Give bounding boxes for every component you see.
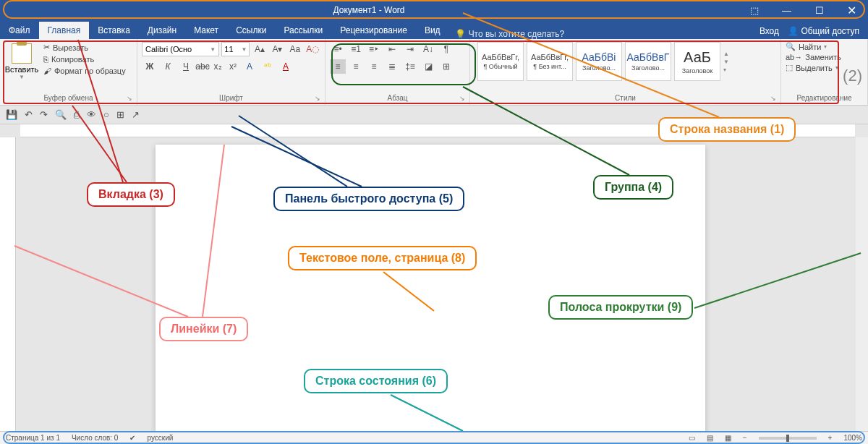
tab-design[interactable]: Дизайн — [139, 22, 185, 39]
style-title[interactable]: АаБЗаголовок — [674, 42, 720, 81]
vertical-ruler[interactable] — [0, 137, 16, 431]
underline-icon[interactable]: Ч — [178, 59, 194, 74]
style-normal[interactable]: АаБбВвГг,¶ Обычный — [477, 42, 524, 81]
zoom-level[interactable]: 100% — [843, 434, 862, 442]
highlight-icon[interactable]: ᵃᵇ — [260, 59, 276, 74]
italic-icon[interactable]: К — [160, 59, 176, 74]
ribbon: Вставить ▼ ✂ Вырезать ⎘ Копировать 🖌 Фор… — [0, 39, 868, 106]
strike-icon[interactable]: abc — [196, 59, 209, 74]
window-controls: ⬚ — ☐ ✕ — [738, 0, 868, 20]
align-left-icon[interactable]: ≡ — [330, 59, 346, 74]
minimize-icon[interactable]: — — [770, 0, 803, 20]
qat-icon[interactable]: ↗ — [132, 109, 140, 120]
view-web-icon[interactable]: ▦ — [725, 434, 731, 442]
bullets-icon[interactable]: ≡• — [330, 42, 346, 56]
copy-button[interactable]: ⎘ Копировать — [42, 54, 127, 64]
qat-icon[interactable]: 👁 — [87, 109, 96, 120]
callout-status: Строка состояния (6) — [304, 369, 448, 393]
group-label-styles: Стили↘ — [475, 94, 776, 103]
change-case-icon[interactable]: Aa — [287, 42, 302, 56]
zoom-out-icon[interactable]: − — [743, 434, 747, 442]
tab-view[interactable]: Вид — [416, 22, 449, 39]
tab-file[interactable]: Файл — [0, 22, 39, 39]
maximize-icon[interactable]: ☐ — [803, 0, 835, 20]
styles-more-icon[interactable]: ▾ — [723, 67, 733, 73]
qat-icon[interactable]: ⊞ — [116, 109, 124, 120]
paste-button[interactable]: Вставить ▼ — [4, 42, 39, 80]
zoom-slider[interactable] — [759, 437, 817, 440]
increase-indent-icon[interactable]: ⇥ — [402, 42, 418, 56]
callout-tab: Вкладка (3) — [87, 182, 175, 207]
line-spacing-icon[interactable]: ‡≡ — [402, 59, 418, 74]
callout-rulers: Линейки (7) — [159, 317, 248, 341]
cut-button[interactable]: ✂ Вырезать — [42, 42, 127, 53]
find-button[interactable]: 🔍 Найти ▾ — [786, 42, 863, 51]
shrink-font-icon[interactable]: A▾ — [270, 42, 285, 56]
qat-icon[interactable]: ○ — [103, 109, 109, 120]
tab-insert[interactable]: Вставка — [89, 22, 139, 39]
share-button[interactable]: 👤 Общий доступ — [788, 26, 859, 36]
launcher-icon[interactable]: ↘ — [459, 95, 465, 102]
decrease-indent-icon[interactable]: ⇤ — [384, 42, 400, 56]
style-heading2[interactable]: АаБбВвГЗаголово... — [625, 42, 671, 81]
save-icon[interactable]: 💾 — [6, 109, 17, 120]
format-painter-button[interactable]: 🖌 Формат по образцу — [42, 66, 127, 76]
tab-mailings[interactable]: Рассылки — [275, 22, 331, 39]
styles-up-icon[interactable]: ▲ — [723, 51, 733, 57]
ribbon-tabs: Файл Главная Вставка Дизайн Макет Ссылки… — [0, 20, 868, 39]
show-marks-icon[interactable]: ¶ — [438, 42, 454, 56]
clear-formatting-icon[interactable]: A◌ — [305, 42, 320, 56]
subscript-icon[interactable]: x₂ — [211, 59, 224, 74]
launcher-icon[interactable]: ↘ — [127, 95, 132, 102]
tab-home[interactable]: Главная — [39, 22, 90, 39]
ribbon-display-icon[interactable]: ⬚ — [738, 0, 770, 20]
callout-qat: Панель быстрого доступа (5) — [273, 187, 464, 211]
multilevel-icon[interactable]: ≡‣ — [366, 42, 382, 56]
undo-icon[interactable]: ↶ — [25, 109, 33, 120]
launcher-icon[interactable]: ↘ — [315, 95, 320, 102]
align-right-icon[interactable]: ≡ — [366, 59, 382, 74]
tab-review[interactable]: Рецензирование — [331, 22, 416, 39]
qat-icon[interactable]: ⎙ — [74, 109, 80, 120]
tab-references[interactable]: Ссылки — [227, 22, 275, 39]
shading-icon[interactable]: ◪ — [420, 59, 436, 74]
style-no-spacing[interactable]: АаБбВвГг,¶ Без инт... — [527, 42, 573, 81]
spellcheck-icon[interactable]: ✔ — [129, 434, 135, 442]
group-label-clipboard: Буфер обмена↘ — [4, 94, 132, 103]
annotation-label-2: (2) — [843, 67, 862, 85]
page-indicator[interactable]: Страница 1 из 1 — [6, 434, 60, 442]
language-indicator[interactable]: русский — [147, 434, 173, 442]
view-print-icon[interactable]: ▤ — [707, 434, 713, 442]
zoom-in-icon[interactable]: + — [828, 434, 833, 442]
signin-link[interactable]: Вход — [760, 26, 779, 36]
launcher-icon[interactable]: ↘ — [770, 95, 776, 102]
sort-icon[interactable]: A↓ — [420, 42, 436, 56]
tell-me[interactable]: 💡 Что вы хотите сделать? — [455, 29, 565, 39]
close-icon[interactable]: ✕ — [835, 0, 868, 20]
redo-icon[interactable]: ↷ — [40, 109, 48, 120]
numbering-icon[interactable]: ≡1 — [348, 42, 364, 56]
bold-icon[interactable]: Ж — [142, 59, 158, 74]
font-name-combo[interactable]: Calibri (Осно▼ — [142, 42, 219, 56]
font-size-combo[interactable]: 11▼ — [221, 42, 250, 56]
align-center-icon[interactable]: ≡ — [348, 59, 364, 74]
title-bar: Документ1 - Word ⬚ — ☐ ✕ — [0, 0, 868, 20]
style-heading1[interactable]: АаБбВіЗаголово... — [576, 42, 622, 81]
borders-icon[interactable]: ⊞ — [438, 59, 454, 74]
tab-layout[interactable]: Макет — [185, 22, 227, 39]
group-label-editing: Редактирование — [786, 94, 863, 103]
word-count[interactable]: Число слов: 0 — [72, 434, 118, 442]
vertical-scrollbar[interactable] — [856, 137, 868, 431]
grow-font-icon[interactable]: A▴ — [252, 42, 267, 56]
qat-icon[interactable]: 🔍 — [55, 109, 67, 120]
superscript-icon[interactable]: x² — [226, 59, 239, 74]
text-effects-icon[interactable]: A — [242, 59, 258, 74]
group-label-font: Шрифт↘ — [142, 94, 320, 103]
justify-icon[interactable]: ≣ — [384, 59, 400, 74]
cut-label: Вырезать — [53, 43, 88, 52]
font-color-icon[interactable]: A — [278, 59, 294, 74]
replace-button[interactable]: ab→ Заменить — [786, 53, 863, 61]
styles-down-icon[interactable]: ▼ — [723, 59, 733, 65]
group-clipboard: Вставить ▼ ✂ Вырезать ⎘ Копировать 🖌 Фор… — [0, 39, 137, 105]
view-readmode-icon[interactable]: ▭ — [689, 434, 695, 442]
